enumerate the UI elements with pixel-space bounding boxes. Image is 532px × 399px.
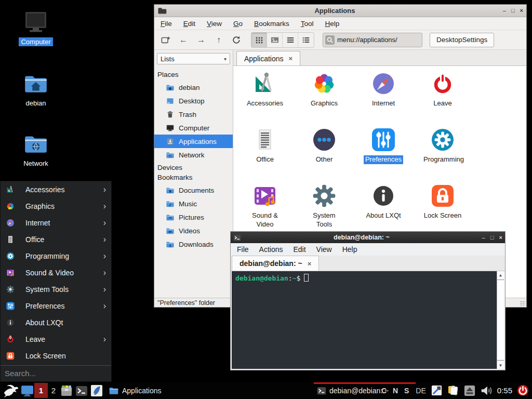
sidebar-item-pictures[interactable]: Pictures: [154, 210, 233, 224]
detailed-list-view-button[interactable]: [283, 33, 298, 47]
screenshot-tray-button[interactable]: [431, 384, 443, 396]
tab-applications[interactable]: Applications ×: [236, 51, 300, 65]
menu-search-input[interactable]: [1, 366, 111, 381]
tab-close-icon[interactable]: ×: [308, 260, 312, 268]
app-category-office[interactable]: Office: [235, 126, 295, 182]
menu-item-programming[interactable]: Programming›: [1, 248, 111, 264]
terminal-screen[interactable]: debian@debian:~$ ▲ ▼: [231, 271, 505, 370]
quicklaunch-file-manager[interactable]: [60, 382, 73, 399]
close-button[interactable]: ×: [520, 8, 523, 14]
quicklaunch-featherpad[interactable]: [90, 382, 103, 399]
sidebar-item-documents[interactable]: Documents: [154, 183, 233, 197]
compact-view-button[interactable]: [298, 33, 314, 47]
minimize-button[interactable]: –: [482, 235, 485, 241]
scrollbar-thumb[interactable]: [497, 280, 504, 361]
sidebar-item-downloads[interactable]: Downloads: [154, 237, 233, 251]
menu-go[interactable]: Go: [233, 20, 243, 28]
task-button-applications[interactable]: Applications: [105, 382, 208, 399]
desktop-icon-network[interactable]: Network: [7, 131, 64, 168]
submenu-arrow-icon: ›: [103, 235, 106, 244]
menu-file[interactable]: File: [237, 245, 249, 254]
menu-help[interactable]: Help: [342, 245, 357, 254]
menu-item-system-tools[interactable]: System Tools›: [1, 281, 111, 298]
resize-grip[interactable]: [520, 301, 525, 306]
category-label: Office: [255, 155, 275, 164]
menu-item-graphics[interactable]: Graphics›: [1, 198, 111, 215]
close-button[interactable]: ×: [499, 235, 502, 241]
app-category-accessories[interactable]: Accessories: [235, 70, 295, 126]
minimize-button[interactable]: –: [503, 8, 506, 14]
desktop-icon-debian[interactable]: debian: [7, 71, 64, 108]
app-category-programming[interactable]: Programming: [413, 126, 472, 182]
menu-item-label: Lock Screen: [25, 352, 66, 360]
quicklaunch-terminal[interactable]: [75, 382, 88, 399]
menu-view[interactable]: View: [207, 20, 222, 28]
forward-button[interactable]: →: [194, 33, 208, 47]
maximize-button[interactable]: □: [490, 235, 494, 241]
app-category-leave[interactable]: Leave: [413, 70, 472, 126]
show-desktop-button[interactable]: [21, 382, 34, 399]
volume-button[interactable]: [480, 384, 493, 397]
desktop-settings-button[interactable]: DesktopSettings: [430, 33, 494, 47]
thumbnail-view-button[interactable]: [267, 33, 283, 47]
tab-close-icon[interactable]: ×: [289, 55, 293, 62]
sidebar-item-music[interactable]: Music: [154, 197, 233, 210]
menu-item-lock-screen[interactable]: Lock Screen: [1, 348, 111, 364]
sidebar-section-places: Places: [154, 69, 233, 81]
app-category-other[interactable]: Other: [295, 126, 354, 182]
sidebar-item-videos[interactable]: Videos: [154, 224, 233, 237]
maximize-button[interactable]: □: [511, 8, 515, 14]
menu-item-preferences[interactable]: Preferences›: [1, 298, 111, 314]
menu-item-office[interactable]: Office›: [1, 231, 111, 248]
menu-bookmarks[interactable]: Bookmarks: [254, 20, 289, 28]
app-category-preferences[interactable]: Preferences: [354, 126, 413, 182]
new-tab-button[interactable]: [158, 33, 173, 47]
main-menu-button[interactable]: [3, 382, 18, 399]
menu-edit[interactable]: Edit: [183, 20, 195, 28]
address-input[interactable]: [337, 36, 415, 44]
app-category-internet[interactable]: Internet: [354, 70, 413, 126]
app-category-system-tools[interactable]: System Tools: [295, 182, 354, 238]
menu-tool[interactable]: Tool: [301, 20, 314, 28]
app-category-graphics[interactable]: Graphics: [295, 70, 354, 126]
sidebar-mode-selector[interactable]: Lists ▾: [157, 53, 230, 64]
scroll-up-icon[interactable]: ▲: [497, 271, 504, 278]
icon-view-button[interactable]: [251, 33, 267, 47]
menu-item-sound-video[interactable]: Sound & Video›: [1, 264, 111, 281]
app-category-lock-screen[interactable]: Lock Screen: [413, 182, 472, 238]
terminal-tab[interactable]: debian@debian: ~ ×: [232, 256, 319, 271]
sidebar-item-network[interactable]: Network: [154, 148, 233, 162]
keyboard-layout-indicator[interactable]: DE: [416, 387, 425, 395]
terminal-titlebar[interactable]: debian@debian: ~ – □ ×: [231, 232, 505, 243]
menu-item-leave[interactable]: Leave›: [1, 331, 111, 348]
app-category-sound-video[interactable]: Sound & Video: [235, 182, 295, 238]
clipboard-tray-button[interactable]: [447, 384, 459, 396]
app-category-about-lxqt[interactable]: About LXQt: [354, 182, 413, 238]
menu-item-internet[interactable]: Internet›: [1, 215, 111, 231]
up-button[interactable]: ↑: [211, 33, 226, 47]
sidebar-item-applications[interactable]: Applications: [154, 135, 233, 148]
menu-help[interactable]: Help: [325, 20, 339, 28]
terminal-scrollbar[interactable]: ▲ ▼: [497, 271, 504, 369]
sidebar-item-desktop[interactable]: Desktop: [154, 94, 233, 108]
menu-edit[interactable]: Edit: [293, 245, 305, 254]
sidebar-item-debian[interactable]: debian: [154, 81, 233, 94]
back-button[interactable]: ←: [176, 33, 191, 47]
address-bar[interactable]: [323, 33, 422, 47]
leave-button[interactable]: [517, 384, 529, 396]
menu-file[interactable]: File: [161, 20, 172, 28]
sidebar-item-computer[interactable]: Computer: [154, 121, 233, 135]
desktop-icon-computer[interactable]: Computer: [7, 10, 64, 46]
workspace-1-button[interactable]: 1: [34, 382, 48, 399]
scroll-down-icon[interactable]: ▼: [497, 362, 504, 369]
file-manager-titlebar[interactable]: Applications – □ ×: [154, 5, 526, 17]
menu-item-about-lxqt[interactable]: About LXQt: [1, 314, 111, 331]
workspace-2-button[interactable]: 2: [48, 382, 59, 399]
removable-media-button[interactable]: [464, 385, 475, 396]
menu-item-accessories[interactable]: Accessories›: [1, 181, 111, 198]
menu-actions[interactable]: Actions: [259, 245, 283, 254]
sidebar-item-trash[interactable]: Trash: [154, 108, 233, 121]
reload-button[interactable]: [229, 33, 244, 47]
menu-view[interactable]: View: [316, 245, 332, 254]
clock[interactable]: 0:55: [497, 386, 512, 395]
